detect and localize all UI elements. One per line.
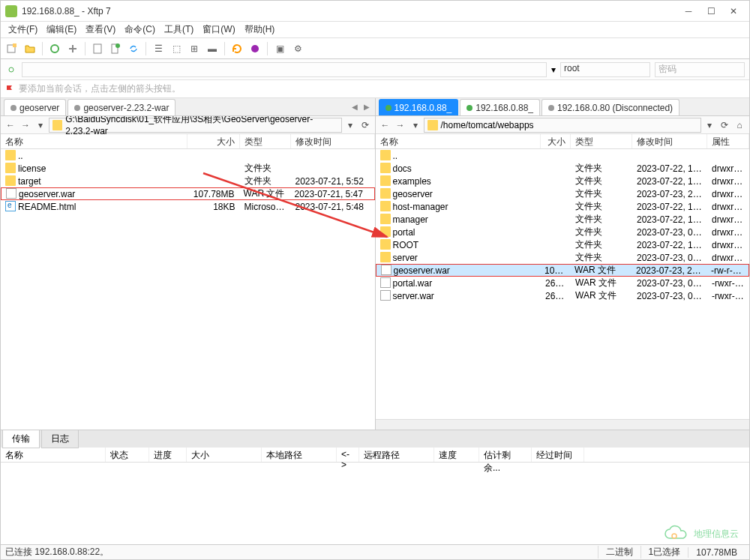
minimize-button[interactable]: ─ [677, 3, 700, 19]
open-icon[interactable] [22, 40, 38, 57]
file-row[interactable]: host-manager文件夹2023-07-22, 17:44drwxr-x-… [376, 200, 750, 213]
file-row[interactable]: server.war26.6...WAR 文件2023-07-23, 0:33-… [376, 289, 750, 302]
tool3-icon[interactable]: ⊞ [186, 40, 202, 57]
host-hint-bar: 要添加当前会话，点击左侧的箭头按钮。 [1, 80, 749, 98]
refresh-path-icon[interactable]: ⟳ [358, 118, 372, 132]
refresh-path-icon[interactable]: ⟳ [718, 118, 731, 132]
menu-win[interactable]: 窗口(W) [198, 22, 239, 37]
file-row[interactable]: portal.war26.6...WAR 文件2023-07-23, 0:33-… [376, 277, 750, 289]
svg-rect-3 [94, 44, 101, 53]
tab-geoserver[interactable]: geoserver [4, 99, 66, 115]
stop-icon[interactable] [247, 40, 263, 57]
file-row[interactable]: docs文件夹2023-07-22, 17:44drwxr-x--- [376, 162, 750, 175]
reconnect-icon[interactable] [46, 40, 63, 57]
file-row[interactable]: .. [1, 149, 375, 162]
up-icon[interactable]: ▾ [34, 118, 47, 132]
sync-icon[interactable] [125, 40, 142, 57]
disconnect-icon[interactable] [64, 40, 81, 57]
svg-point-5 [116, 43, 120, 48]
file-row[interactable]: ROOT文件夹2023-07-22, 17:44drwxr-x--- [376, 238, 750, 251]
user-input[interactable]: root [560, 62, 650, 77]
tab-prev-icon[interactable]: ◀ [350, 101, 360, 112]
remote-pathbar: ← → ▾ /home/tomcat/webapps ▾ ⟳ ⌂ [376, 116, 750, 134]
dropdown-icon[interactable]: ▾ [703, 118, 716, 132]
tab-remote-2[interactable]: 192.168.0.80 (Disconnected) [542, 99, 680, 115]
flag-icon [5, 85, 14, 94]
transfer-header[interactable]: 名称 状态 进度 大小 本地路径 <-> 远程路径 速度 估计剩余... 经过时… [1, 448, 749, 463]
folder-icon [380, 201, 391, 211]
pass-input[interactable]: 密码 [655, 62, 745, 77]
fwd-icon[interactable]: → [394, 118, 407, 132]
up-icon[interactable]: ▾ [409, 118, 422, 132]
tool2-icon[interactable]: ⬚ [168, 40, 184, 57]
status-selected: 1已选择 [640, 546, 688, 559]
file-row[interactable]: manager文件夹2023-07-22, 17:44drwxr-x--- [376, 213, 750, 226]
terminal-icon[interactable]: ▣ [272, 40, 288, 57]
link-icon [5, 64, 17, 76]
back-icon[interactable]: ← [4, 118, 17, 132]
remote-path-input[interactable]: /home/tomcat/webapps [424, 118, 702, 133]
back-icon[interactable]: ← [379, 118, 392, 132]
status-bar: 已连接 192.168.0.88:22。 二进制 1已选择 107.78MB [1, 544, 749, 559]
tab-log[interactable]: 日志 [41, 430, 79, 448]
folder-icon [380, 239, 391, 250]
tab-transfer[interactable]: 传输 [2, 430, 40, 448]
status-size: 107.78MB [688, 547, 745, 558]
menu-file[interactable]: 文件(F) [4, 22, 42, 37]
file-row[interactable]: license文件夹 [1, 162, 375, 175]
dot-icon [466, 105, 472, 111]
svg-point-8 [672, 534, 676, 538]
remote-file-list[interactable]: ..docs文件夹2023-07-22, 17:44drwxr-x---exam… [376, 149, 750, 419]
folder-icon [380, 163, 391, 173]
menu-view[interactable]: 查看(V) [81, 22, 120, 37]
folder-icon [5, 150, 16, 160]
dot-icon [74, 105, 80, 111]
dropdown-icon[interactable]: ▾ [344, 118, 357, 132]
file-row[interactable]: server文件夹2023-07-23, 0:33drwxr-x--- [376, 251, 750, 264]
tool4-icon[interactable]: ▬ [204, 40, 220, 57]
file-row[interactable]: examples文件夹2023-07-22, 17:44drwxr-x--- [376, 175, 750, 187]
remote-scrollbar[interactable] [376, 419, 750, 430]
fwd-icon[interactable]: → [19, 118, 32, 132]
file-row[interactable]: .. [376, 149, 750, 162]
file-row[interactable]: target文件夹2023-07-21, 5:52 [1, 175, 375, 187]
host-hint-text: 要添加当前会话，点击左侧的箭头按钮。 [19, 82, 181, 95]
tab-remote-1[interactable]: 192.168.0.88_ [460, 99, 540, 115]
close-button[interactable]: ✕ [722, 3, 745, 19]
file-row[interactable]: portal文件夹2023-07-23, 0:33drwxr-x--- [376, 226, 750, 238]
status-mode: 二进制 [598, 546, 640, 559]
local-pane: geoserver geoserver-2.23.2-war ◀▶ ← → ▾ … [1, 98, 376, 430]
folder-icon [428, 120, 438, 130]
menu-cmd[interactable]: 命令(C) [120, 22, 160, 37]
local-file-list[interactable]: ..license文件夹target文件夹2023-07-21, 5:52geo… [1, 149, 375, 430]
file-row[interactable]: geoserver.war107.78MBWAR 文件2023-07-21, 5… [1, 187, 375, 200]
tool1-icon[interactable]: ☰ [150, 40, 166, 57]
tab-geoserver-war[interactable]: geoserver-2.23.2-war [68, 99, 176, 115]
local-path-input[interactable]: G:\BaiduSyncdisk\01_软件应用\3S相关\GeoServer\… [49, 118, 342, 133]
new-file-icon[interactable] [107, 40, 124, 57]
local-list-header[interactable]: 名称 大小 类型 修改时间 [1, 134, 375, 149]
status-connection: 已连接 192.168.0.88:22。 [5, 546, 598, 559]
menu-help[interactable]: 帮助(H) [240, 22, 280, 37]
maximize-button[interactable]: ☐ [700, 3, 722, 19]
settings-icon[interactable]: ⚙ [290, 40, 306, 57]
dropdown-icon[interactable]: ▾ [551, 64, 556, 75]
tab-next-icon[interactable]: ▶ [362, 101, 372, 112]
dot-icon [386, 105, 392, 111]
transfer-list[interactable] [1, 463, 749, 538]
titlebar: 192.168.0.88_ - Xftp 7 ─ ☐ ✕ [1, 1, 749, 22]
file-row[interactable]: geoserver.war107....WAR 文件2023-07-23, 22… [376, 264, 750, 277]
menu-tool[interactable]: 工具(T) [160, 22, 198, 37]
file-row[interactable]: README.html18KBMicrosoft...2023-07-21, 5… [1, 200, 375, 213]
home-icon[interactable]: ⌂ [733, 118, 746, 132]
tab-remote-0[interactable]: 192.168.0.88_ [379, 99, 459, 115]
properties-icon[interactable] [89, 40, 106, 57]
remote-list-header[interactable]: 名称 大小 类型 修改时间 属性 [376, 134, 750, 149]
host-input[interactable] [22, 62, 547, 77]
remote-pane: 192.168.0.88_ 192.168.0.88_ 192.168.0.80… [376, 98, 750, 430]
file-row[interactable]: geoserver文件夹2023-07-23, 22:38drwxr-x--- [376, 187, 750, 200]
refresh-icon[interactable] [229, 40, 245, 57]
menu-edit[interactable]: 编辑(E) [42, 22, 81, 37]
toolbar: ☰ ⬚ ⊞ ▬ ▣ ⚙ [1, 38, 749, 59]
new-session-icon[interactable] [4, 40, 20, 57]
